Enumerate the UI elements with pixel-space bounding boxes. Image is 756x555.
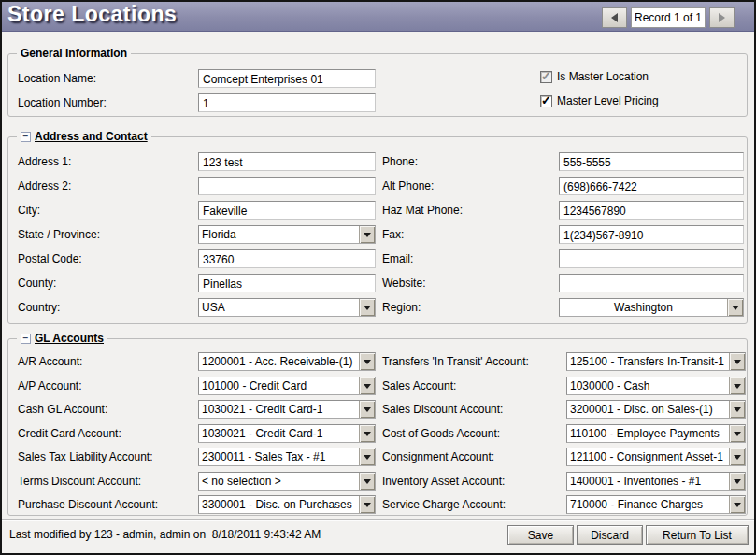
discard-button[interactable]: Discard: [577, 525, 643, 545]
transfers-in-transit-account-select[interactable]: 125100 - Transfers In-Transit-1: [566, 352, 746, 371]
address2-input[interactable]: [198, 177, 376, 195]
checkbox-icon: [540, 71, 552, 83]
purchase-discount-account-select[interactable]: 3300001 - Disc. on Purchases: [198, 495, 376, 514]
dropdown-arrow-icon[interactable]: [359, 496, 375, 513]
sales-tax-liability-account-select[interactable]: 2300011 - Sales Tax - #1: [198, 448, 376, 466]
county-input[interactable]: [198, 274, 376, 292]
collapse-icon[interactable]: −: [21, 334, 31, 344]
cash-gl-account-select[interactable]: 1030021 - Credit Card-1: [198, 400, 376, 419]
address-and-contact-title: − Address and Contact: [17, 130, 151, 143]
dropdown-arrow-icon[interactable]: [729, 353, 745, 370]
state-province-label: State / Province:: [18, 225, 100, 244]
location-name-input[interactable]: [198, 69, 376, 88]
previous-record-button[interactable]: [602, 7, 627, 28]
dropdown-arrow-icon[interactable]: [729, 496, 745, 513]
postal-code-input[interactable]: [198, 249, 376, 268]
dropdown-arrow-icon[interactable]: [359, 377, 375, 394]
address2-label: Address 2:: [18, 177, 71, 195]
ap-account-label: A/P Account:: [18, 377, 82, 395]
region-label: Region:: [382, 298, 421, 317]
city-label: City:: [18, 201, 40, 220]
collapse-icon[interactable]: −: [21, 132, 31, 142]
dropdown-arrow-icon[interactable]: [729, 473, 745, 490]
gl-accounts-title: − GL Accounts: [17, 332, 107, 345]
dropdown-arrow-icon[interactable]: [359, 401, 375, 418]
next-record-button[interactable]: [709, 7, 735, 28]
title-bar: Store Locations Record 1 of 1: [2, 2, 754, 32]
cost-of-goods-account-label: Cost of Goods Account:: [382, 424, 500, 443]
phone-label: Phone:: [382, 152, 418, 171]
region-select[interactable]: Washington: [559, 298, 744, 317]
return-to-list-button[interactable]: Return To List: [646, 525, 749, 545]
cost-of-goods-account-select[interactable]: 110100 - Employee Payments: [566, 424, 746, 443]
alt-phone-input[interactable]: [559, 177, 744, 195]
sales-tax-liability-account-label: Sales Tax Liability Account:: [18, 448, 153, 466]
hazmat-phone-label: Haz Mat Phone:: [382, 201, 463, 220]
record-navigator: Record 1 of 1: [602, 7, 735, 28]
alt-phone-label: Alt Phone:: [382, 177, 434, 195]
section-title-text[interactable]: Address and Contact: [35, 130, 148, 143]
ar-account-label: A/R Account:: [18, 352, 82, 371]
credit-card-account-select[interactable]: 1030021 - Credit Card-1: [198, 424, 376, 443]
website-label: Website:: [382, 274, 425, 292]
sales-account-label: Sales Account:: [382, 377, 456, 395]
country-select[interactable]: USA: [198, 298, 376, 317]
website-input[interactable]: [559, 274, 744, 292]
save-button[interactable]: Save: [507, 525, 574, 545]
inventory-asset-account-select[interactable]: 1400001 - Inventories - #1: [566, 472, 746, 491]
ar-account-select[interactable]: 1200001 - Acc. Receivable-(1): [198, 352, 376, 371]
transfers-in-transit-account-label: Transfers 'In Transit' Account:: [382, 352, 529, 371]
hazmat-phone-input[interactable]: [559, 201, 744, 220]
cash-gl-account-label: Cash GL Account:: [18, 400, 107, 419]
terms-discount-account-label: Terms Discount Account:: [18, 472, 141, 491]
sales-discount-account-select[interactable]: 3200001 - Disc. on Sales-(1): [566, 400, 746, 419]
dropdown-arrow-icon[interactable]: [359, 448, 375, 465]
email-label: Email:: [382, 249, 413, 268]
state-province-select[interactable]: Florida: [198, 225, 376, 244]
fax-input[interactable]: [559, 225, 744, 244]
location-name-label: Location Name:: [18, 69, 96, 88]
last-modified-status: Last modified by 123 - admin, admin on 8…: [9, 525, 321, 545]
is-master-location-label: Is Master Location: [557, 70, 649, 83]
general-information-group: General Information Location Name: Locat…: [7, 53, 748, 117]
right-arrow-icon: [719, 13, 725, 22]
dropdown-arrow-icon[interactable]: [359, 226, 375, 243]
email-input[interactable]: [559, 249, 744, 268]
store-locations-window: Store Locations Record 1 of 1 General In…: [0, 0, 756, 555]
purchase-discount-account-label: Purchase Discount Account:: [18, 495, 158, 514]
terms-discount-account-select[interactable]: < no selection >: [198, 472, 376, 491]
county-label: County:: [18, 274, 56, 292]
credit-card-account-label: Credit Card Account:: [18, 424, 121, 443]
dropdown-arrow-icon[interactable]: [729, 448, 745, 465]
checkbox-icon[interactable]: [540, 95, 552, 107]
section-title-text[interactable]: GL Accounts: [35, 332, 104, 345]
location-number-input[interactable]: [198, 93, 376, 112]
page-title: Store Locations: [7, 2, 177, 27]
dropdown-arrow-icon[interactable]: [729, 401, 745, 418]
consignment-account-select[interactable]: 121100 - Consignment Asset-1: [566, 448, 746, 466]
dropdown-arrow-icon[interactable]: [359, 299, 375, 316]
phone-input[interactable]: [559, 152, 744, 171]
record-count-indicator: Record 1 of 1: [631, 7, 706, 28]
service-charge-account-label: Service Charge Account:: [382, 495, 506, 514]
dropdown-arrow-icon[interactable]: [359, 353, 375, 370]
service-charge-account-select[interactable]: 710000 - Finance Charges: [566, 495, 746, 514]
sales-account-select[interactable]: 1030000 - Cash: [566, 377, 746, 395]
dropdown-arrow-icon[interactable]: [729, 377, 745, 394]
sales-discount-account-label: Sales Discount Account:: [382, 400, 503, 419]
left-arrow-icon: [611, 13, 618, 22]
dropdown-arrow-icon[interactable]: [359, 425, 375, 442]
inventory-asset-account-label: Inventory Asset Account:: [382, 472, 505, 491]
footer-divider: [2, 519, 754, 521]
gl-accounts-group: − GL Accounts A/R Account: 1200001 - Acc…: [7, 338, 748, 516]
postal-code-label: Postal Code:: [18, 249, 82, 268]
dropdown-arrow-icon[interactable]: [359, 473, 375, 490]
location-number-label: Location Number:: [18, 93, 107, 112]
city-input[interactable]: [198, 201, 376, 220]
dropdown-arrow-icon[interactable]: [727, 299, 743, 316]
ap-account-select[interactable]: 101000 - Credit Card: [198, 377, 376, 395]
master-level-pricing-checkbox[interactable]: Master Level Pricing: [540, 93, 659, 108]
dropdown-arrow-icon[interactable]: [729, 425, 745, 442]
address1-input[interactable]: [198, 152, 376, 171]
master-level-pricing-label: Master Level Pricing: [557, 94, 659, 107]
